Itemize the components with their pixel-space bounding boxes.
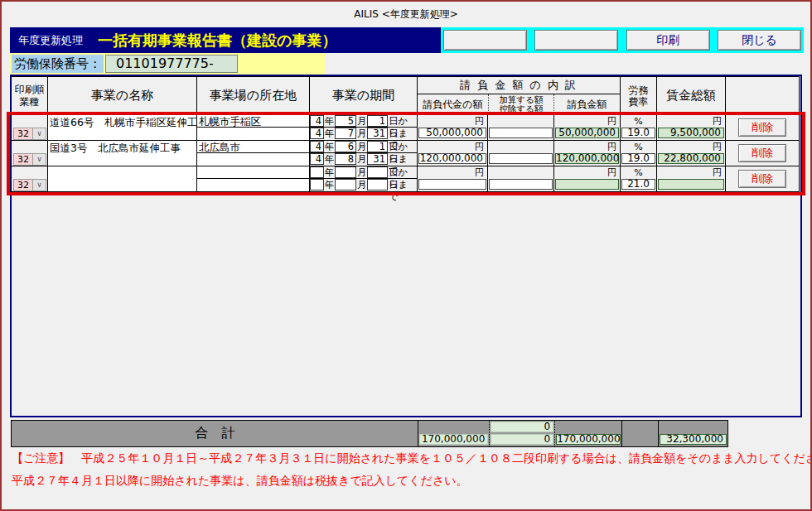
delete-button[interactable]: 削除 <box>738 170 786 188</box>
from-month-input[interactable] <box>335 166 356 178</box>
toolbar: 印刷 閉じる <box>441 27 804 53</box>
totals-label: 合 計 <box>12 421 418 446</box>
col-header-labor-rate: 労務 費率 <box>621 77 657 114</box>
month-unit: 月 <box>356 141 367 152</box>
close-button[interactable]: 閉じる <box>718 30 801 51</box>
add-total-value: 0 <box>491 422 553 432</box>
add-deduct-input[interactable] <box>489 128 553 138</box>
actions-cell: 削除 <box>726 115 800 140</box>
add-deduct-input[interactable] <box>489 153 553 164</box>
period-to: 年 月 日まで <box>310 179 417 190</box>
yen-unit: 円 <box>554 115 620 128</box>
to-year-input[interactable] <box>310 179 324 190</box>
totals-contract-amount: 170,000,000 <box>555 421 621 446</box>
col-header-business-name: 事業の名称 <box>48 77 197 114</box>
insurance-number-value: 01101977775-001 <box>105 55 238 73</box>
yen-unit: 円 <box>418 166 487 179</box>
totals-wages: 32,300,000 <box>658 421 727 446</box>
from-year-input[interactable]: 4 <box>310 115 324 127</box>
print-order-label: 印刷順 <box>15 84 45 96</box>
contract-price-input[interactable]: 120,000,000 <box>418 153 486 164</box>
percent-unit: % <box>621 166 656 179</box>
deduct-amount-label: 控除する額 <box>489 104 553 113</box>
print-button[interactable]: 印刷 <box>626 30 710 51</box>
chevron-down-icon[interactable]: ∨ <box>33 128 46 140</box>
chevron-down-icon[interactable]: ∨ <box>33 153 46 166</box>
spacer <box>555 421 621 433</box>
from-year-input[interactable]: 4 <box>310 141 324 152</box>
industry-combo[interactable]: 32 ∨ <box>13 153 46 166</box>
industry-combo-value: 32 <box>13 128 33 140</box>
industry-combo[interactable]: 32 ∨ <box>13 128 46 140</box>
from-year-input[interactable] <box>310 166 324 178</box>
labor-rate-input[interactable]: 19.0 <box>621 153 655 164</box>
business-name-input[interactable]: 道道66号 札幌市手稲区延伸工事 <box>48 115 197 140</box>
table-header-row: 印刷順 業種 事業の名称 事業場の所在地 事業の期間 請 負 金 額 の 内 訳… <box>11 76 800 115</box>
contract-amount-value: 120,000,000 <box>555 153 619 164</box>
col-header-contract-amount: 請負金額 <box>553 94 620 114</box>
col-header-total-wages: 賃金総額 <box>657 77 726 114</box>
delete-button[interactable]: 削除 <box>738 144 786 162</box>
add-deduct-cell <box>488 166 554 191</box>
industry-combo[interactable]: 32 ∨ <box>13 179 46 191</box>
contract-price-cell: 円 120,000,000 <box>418 141 488 166</box>
insurance-number-strip: 労働保険番号： 01101977775-001 <box>10 53 325 75</box>
from-month-input[interactable]: 6 <box>335 141 356 152</box>
contract-amount-cell: 円 120,000,000 <box>554 141 621 166</box>
toolbar-button-1[interactable] <box>443 30 527 51</box>
caution-note-line2: 平成２７年４月１日以降に開始された事業は、請負金額は税抜きで記入してください。 <box>12 474 468 489</box>
toolbar-button-2[interactable] <box>534 30 618 51</box>
blank-unit <box>488 166 553 179</box>
period-cell: 4 年 5 月 1 日から 4 年 7 月 31 日まで <box>310 115 418 140</box>
insurance-number-label: 労働保険番号： <box>12 55 104 73</box>
from-day-input[interactable]: 1 <box>367 141 388 152</box>
to-month-input[interactable]: 7 <box>335 128 356 139</box>
app-window: AILIS <年度更新処理> 年度更新処理 一括有期事業報告書（建設の事業） 印… <box>0 0 812 511</box>
contract-price-input[interactable]: 50,000,000 <box>418 128 486 138</box>
business-name-input[interactable]: 国道3号 北広島市延伸工事 <box>48 141 197 166</box>
chevron-down-icon[interactable]: ∨ <box>33 179 46 191</box>
total-wages-value: 22,800,000 <box>658 153 724 164</box>
table-body: 32 ∨ 道道66号 札幌市手稲区延伸工事 札幌市手稲区 4 年 5 月 1 日… <box>11 115 800 192</box>
to-day-input[interactable]: 31 <box>367 128 388 139</box>
location-input-2[interactable] <box>197 128 309 140</box>
business-name-input[interactable] <box>48 166 197 191</box>
day-to-unit: 日まで <box>388 128 417 139</box>
year-unit: 年 <box>324 141 335 152</box>
labor-rate-input[interactable]: 21.0 <box>621 179 655 190</box>
month-unit: 月 <box>356 166 367 178</box>
to-day-input[interactable] <box>367 179 388 190</box>
to-year-input[interactable]: 4 <box>310 128 324 139</box>
table-row: 32 ∨ 年 月 日から 年 <box>11 166 800 192</box>
location-input[interactable]: 北広島市 <box>197 141 309 153</box>
industry-cell: 32 ∨ <box>11 141 48 166</box>
page-title: 一括有期事業報告書（建設の事業） <box>98 31 336 51</box>
spacer <box>418 421 489 433</box>
location-input[interactable] <box>197 166 309 179</box>
labor-rate-input[interactable]: 19.0 <box>621 128 655 138</box>
yen-unit: 円 <box>657 115 725 128</box>
month-unit: 月 <box>356 128 367 139</box>
col-header-actions <box>726 77 800 114</box>
add-deduct-input[interactable] <box>489 179 553 190</box>
year-unit: 年 <box>324 128 335 139</box>
from-month-input[interactable]: 5 <box>335 115 356 127</box>
from-day-input[interactable]: 1 <box>367 115 388 127</box>
delete-button[interactable]: 削除 <box>738 118 786 137</box>
to-month-input[interactable]: 8 <box>335 153 356 165</box>
to-day-input[interactable]: 31 <box>367 153 388 165</box>
blank-unit <box>488 141 553 153</box>
location-input[interactable]: 札幌市手稲区 <box>197 115 309 128</box>
to-year-input[interactable]: 4 <box>310 153 324 165</box>
contract-price-total-value: 170,000,000 <box>419 434 488 445</box>
location-input-2[interactable] <box>197 179 309 191</box>
total-wages-cell: 円 9,500,000 <box>657 115 726 140</box>
to-month-input[interactable] <box>335 179 356 190</box>
contract-price-input[interactable] <box>418 179 486 190</box>
location-input-2[interactable] <box>197 153 309 166</box>
col-header-print-order: 印刷順 業種 <box>11 77 48 114</box>
total-wages-cell: 円 <box>657 166 726 191</box>
from-day-input[interactable] <box>367 166 388 178</box>
contract-amount-total-value: 170,000,000 <box>556 434 621 445</box>
window-title: AILIS <年度更新処理> <box>2 7 810 22</box>
